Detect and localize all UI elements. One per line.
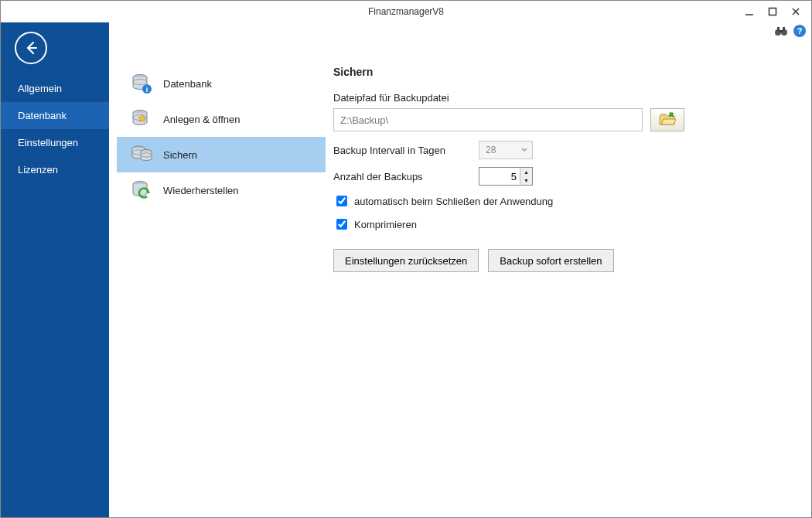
sidebar-item-lizenzen[interactable]: Lizenzen bbox=[1, 156, 109, 183]
subnav-item-label: Sichern bbox=[163, 149, 197, 161]
auto-close-row[interactable]: automatisch beim Schließen der Anwendung bbox=[333, 193, 788, 209]
spinner-down[interactable]: ▼ bbox=[520, 176, 532, 185]
sidebar-item-label: Datenbank bbox=[18, 110, 67, 121]
sidebar: Allgemein Datenbank Einstellungen Lizenz… bbox=[1, 22, 109, 517]
binoculars-icon[interactable] bbox=[774, 24, 788, 38]
folder-open-icon bbox=[659, 112, 676, 128]
database-backup-icon bbox=[131, 144, 152, 165]
sidebar-item-label: Allgemein bbox=[18, 83, 62, 94]
window-controls bbox=[743, 1, 808, 22]
backup-now-button[interactable]: Backup sofort erstellen bbox=[488, 249, 613, 272]
database-info-icon: i bbox=[131, 73, 152, 94]
database-restore-icon bbox=[131, 179, 152, 201]
svg-rect-7 bbox=[783, 27, 785, 31]
panel-title: Sichern bbox=[333, 66, 788, 78]
compress-checkbox[interactable] bbox=[336, 219, 347, 230]
subnav-item-label: Datenbank bbox=[163, 78, 212, 90]
compress-label: Komprimieren bbox=[354, 219, 417, 230]
subnav-item-wiederherstellen[interactable]: Wiederherstellen bbox=[117, 172, 326, 208]
subnav: i Datenbank Anlegen & öffnen Sichern bbox=[109, 22, 333, 517]
interval-label: Backup Intervall in Tagen bbox=[333, 145, 465, 156]
maximize-button[interactable] bbox=[766, 5, 779, 18]
sidebar-item-einstellungen[interactable]: Einstellungen bbox=[1, 129, 109, 156]
browse-button[interactable] bbox=[650, 108, 684, 131]
svg-text:i: i bbox=[146, 86, 148, 94]
help-icon[interactable]: ? bbox=[793, 24, 807, 38]
path-label: Dateipfad für Backupdatei bbox=[333, 92, 788, 104]
backup-path-input[interactable] bbox=[333, 108, 643, 131]
svg-rect-8 bbox=[780, 30, 783, 32]
subnav-item-datenbank[interactable]: i Datenbank bbox=[117, 66, 326, 101]
spinner-up[interactable]: ▲ bbox=[520, 168, 532, 176]
backup-count-spinner[interactable]: ▲ ▼ bbox=[479, 167, 533, 186]
minimize-button[interactable] bbox=[743, 5, 756, 18]
sidebar-item-datenbank[interactable]: Datenbank bbox=[1, 102, 109, 129]
auto-close-label: automatisch beim Schließen der Anwendung bbox=[354, 196, 553, 207]
close-button[interactable] bbox=[790, 5, 802, 18]
subnav-item-label: Anlegen & öffnen bbox=[163, 114, 241, 125]
interval-select[interactable]: 28 bbox=[479, 141, 533, 159]
sidebar-item-allgemein[interactable]: Allgemein bbox=[1, 75, 109, 102]
settings-panel: Sichern Dateipfad für Backupdatei Backup… bbox=[333, 22, 811, 517]
svg-text:?: ? bbox=[797, 26, 803, 36]
title-bar: FinanzmanagerV8 bbox=[1, 1, 811, 22]
subnav-item-anlegen[interactable]: Anlegen & öffnen bbox=[117, 101, 326, 137]
interval-value: 28 bbox=[486, 145, 496, 155]
back-button[interactable] bbox=[15, 32, 47, 64]
sidebar-item-label: Lizenzen bbox=[18, 164, 58, 176]
database-new-icon bbox=[131, 108, 152, 130]
svg-rect-6 bbox=[777, 27, 780, 31]
sidebar-item-label: Einstellungen bbox=[18, 137, 78, 148]
arrow-left-icon bbox=[22, 39, 39, 56]
svg-rect-1 bbox=[769, 9, 776, 15]
chevron-down-icon bbox=[521, 148, 527, 152]
compress-row[interactable]: Komprimieren bbox=[333, 216, 788, 232]
window-title: FinanzmanagerV8 bbox=[368, 6, 444, 17]
subnav-item-sichern[interactable]: Sichern bbox=[117, 137, 326, 172]
reset-settings-button[interactable]: Einstellungen zurücksetzen bbox=[333, 249, 479, 272]
auto-close-checkbox[interactable] bbox=[336, 196, 347, 206]
subnav-item-label: Wiederherstellen bbox=[163, 185, 239, 196]
toolbar-icons: ? bbox=[774, 24, 807, 38]
count-label: Anzahl der Backups bbox=[333, 171, 465, 182]
backup-count-input[interactable] bbox=[479, 168, 520, 185]
